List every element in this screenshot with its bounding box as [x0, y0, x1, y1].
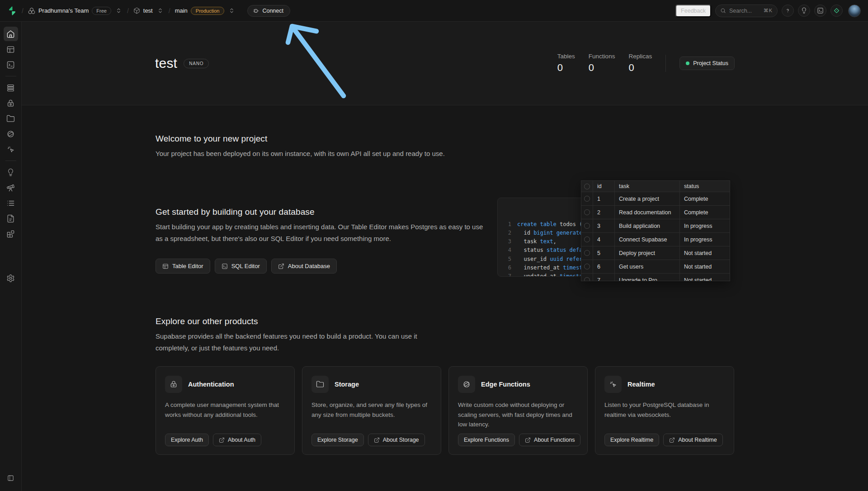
about-database-button[interactable]: About Database [271, 259, 337, 274]
about-realtime-button[interactable]: About Realtime [663, 434, 722, 446]
feedback-button[interactable]: Feedback [675, 5, 711, 17]
sidebar-item-settings[interactable] [4, 271, 18, 285]
cell-status: In progress [680, 233, 730, 246]
plan-badge: Free [92, 7, 111, 15]
cell-task: Deploy project [615, 246, 680, 260]
sidebar-item-realtime[interactable] [4, 142, 18, 156]
table-icon [6, 45, 15, 54]
lightbulb-icon [801, 7, 807, 14]
hints-button[interactable] [798, 5, 810, 17]
card-title: Edge Functions [481, 381, 530, 388]
line-number: 3 [505, 237, 511, 246]
card-description: Store, organize, and serve any file type… [311, 400, 432, 420]
org-switcher-chevrons-icon[interactable] [115, 7, 123, 14]
table-row: 1Create a projectComplete [581, 192, 730, 206]
about-auth-button[interactable]: About Auth [213, 434, 261, 446]
connect-button[interactable]: Connect [247, 5, 290, 17]
cell-status: Not started [680, 246, 730, 260]
breadcrumb-org[interactable]: Pradhumna's Team Free [28, 7, 111, 15]
sidebar-item-edge-functions[interactable] [4, 127, 18, 141]
breadcrumb-separator: / [168, 7, 171, 14]
get-started-body: Start building your app by creating tabl… [156, 221, 488, 244]
project-hero: test NANO Tables 0 Functions 0 Replicas … [22, 22, 868, 105]
telescope-icon [6, 184, 15, 192]
explore-storage-button[interactable]: Explore Storage [311, 434, 364, 446]
cell-task: Create a project [615, 192, 680, 205]
explore-functions-button[interactable]: Explore Functions [458, 434, 515, 446]
command-console-button[interactable] [814, 5, 826, 17]
ai-diamond-icon [833, 7, 840, 14]
table-row: 6Get usersNot started [581, 260, 730, 274]
line-number: 6 [505, 264, 511, 272]
card-title: Authentication [188, 381, 234, 388]
breadcrumb-separator: / [21, 7, 24, 14]
branch-name: main [175, 7, 188, 14]
sidebar-nav [0, 22, 22, 491]
gear-icon [6, 274, 15, 283]
select-all-checkbox[interactable] [581, 181, 593, 192]
cell-id: 7 [593, 274, 615, 281]
search-input[interactable]: Search... ⌘K [715, 5, 778, 17]
orbit-icon [6, 130, 15, 138]
row-checkbox[interactable] [581, 233, 593, 246]
cell-task: Connect Supabase [615, 233, 680, 246]
branch-switcher-chevrons-icon[interactable] [228, 7, 236, 14]
card-authentication: Authentication A complete user managemen… [156, 366, 295, 455]
sidebar-item-logs[interactable] [4, 196, 18, 210]
get-started-section: Get started by building out your databas… [156, 207, 488, 274]
sidebar-item-reports[interactable] [4, 180, 18, 195]
sql-editor-button[interactable]: SQL Editor [215, 259, 267, 274]
about-storage-button[interactable]: About Storage [368, 434, 425, 446]
explore-realtime-button[interactable]: Explore Realtime [604, 434, 659, 446]
breadcrumb-branch[interactable]: main Production [175, 7, 225, 15]
sidebar-item-home[interactable] [4, 27, 18, 41]
row-checkbox[interactable] [581, 192, 593, 205]
row-checkbox[interactable] [581, 260, 593, 273]
sidebar-item-api-docs[interactable] [4, 211, 18, 226]
sidebar-item-database[interactable] [4, 80, 18, 95]
help-button[interactable] [782, 5, 794, 17]
sidebar-item-integrations[interactable] [4, 227, 18, 241]
project-switcher-chevrons-icon[interactable] [156, 7, 164, 14]
sidebar-toggle-button[interactable] [4, 471, 18, 485]
explore-section: Explore our other products Supabase prov… [156, 316, 734, 455]
sidebar-item-sql-editor[interactable] [4, 57, 18, 72]
project-status-button[interactable]: Project Status [679, 57, 735, 70]
sidebar-divider [5, 76, 16, 76]
page-title: test [155, 56, 177, 71]
sidebar-item-storage[interactable] [4, 111, 18, 126]
row-checkbox[interactable] [581, 206, 593, 219]
row-checkbox[interactable] [581, 246, 593, 260]
ai-assistant-button[interactable] [830, 5, 843, 17]
terminal-square-icon [817, 7, 824, 14]
explore-auth-button[interactable]: Explore Auth [165, 434, 209, 446]
stat-tables: Tables 0 [557, 53, 575, 74]
row-checkbox[interactable] [581, 219, 593, 232]
supabase-logo-icon[interactable] [7, 6, 17, 16]
explore-body: Supabase provides all the backend featur… [156, 330, 438, 354]
cell-status: Not started [680, 274, 730, 281]
cell-task: Get users [615, 260, 680, 273]
sidebar-item-advisors[interactable] [4, 165, 18, 179]
folder-icon [311, 376, 329, 393]
sidebar-item-table-editor[interactable] [4, 42, 18, 57]
todos-table: id task status 1Create a projectComplete… [581, 180, 730, 281]
table-icon [162, 263, 169, 269]
realtime-icon [6, 145, 15, 154]
cell-id: 2 [593, 206, 615, 219]
external-link-icon [525, 437, 531, 443]
get-started-heading: Get started by building out your databas… [156, 207, 488, 217]
row-checkbox[interactable] [581, 274, 593, 281]
breadcrumb-project[interactable]: test [133, 7, 153, 14]
table-row: 4Connect SupabaseIn progress [581, 233, 730, 246]
card-edge-functions: Edge Functions Write custom code without… [448, 366, 588, 455]
table-editor-button[interactable]: Table Editor [156, 259, 210, 274]
database-preview-graphic: 1create table todos (2 id bigint generat… [497, 180, 755, 305]
table-row: 7Upgrade to ProNot started [581, 274, 730, 281]
user-avatar[interactable] [848, 5, 861, 17]
database-icon [6, 84, 15, 92]
welcome-section: Welcome to your new project Your project… [156, 134, 445, 160]
sidebar-item-auth[interactable] [4, 96, 18, 110]
about-functions-button[interactable]: About Functions [519, 434, 580, 446]
terminal-square-icon [6, 61, 15, 69]
